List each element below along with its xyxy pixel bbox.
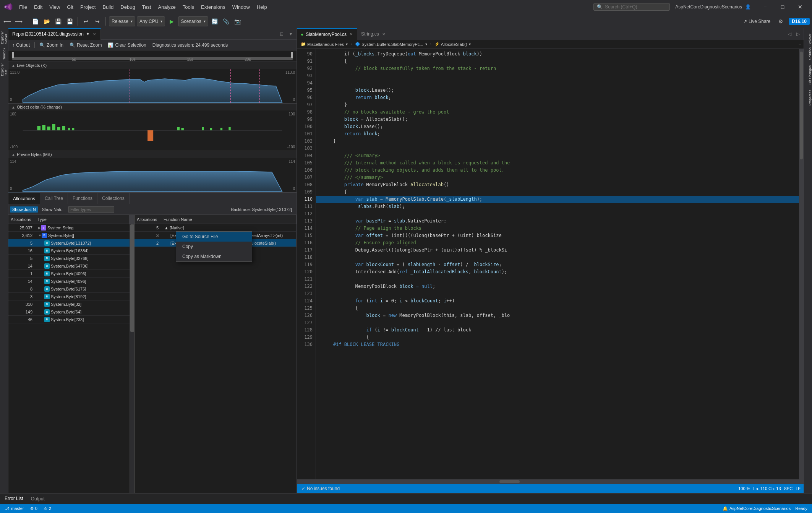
redo-button[interactable]: ↪ — [92, 16, 102, 26]
cpu-dropdown[interactable]: Any CPU ▾ — [137, 16, 165, 26]
menu-tools[interactable]: Tools — [180, 3, 197, 11]
goto-source-item[interactable]: Go to Source File — [176, 232, 252, 242]
menu-extensions[interactable]: Extensions — [198, 3, 229, 11]
type-col-header[interactable]: Type — [35, 215, 130, 224]
menu-file[interactable]: File — [16, 3, 30, 11]
menu-view[interactable]: View — [46, 3, 63, 11]
bc-method[interactable]: ⚡ AllocateSlab() ▾ — [433, 41, 472, 47]
alloc-col-header[interactable]: Allocations — [8, 215, 35, 224]
left-table-row[interactable]: 2,612▼ BSystem.Byte[] — [8, 232, 134, 239]
screenshot-button[interactable]: 📷 — [233, 16, 243, 26]
attach-button[interactable]: 📎 — [221, 16, 231, 26]
left-table-row[interactable]: 8 BSystem.Byte[6176] — [8, 285, 134, 293]
undo-button[interactable]: ↩ — [81, 16, 91, 26]
release-dropdown[interactable]: Release ▾ — [109, 16, 135, 26]
close-button[interactable]: ✕ — [791, 0, 809, 14]
menu-edit[interactable]: Edit — [31, 3, 45, 11]
left-table-row[interactable]: 14 BSystem.Byte[64706] — [8, 262, 134, 270]
error-indicator[interactable]: ✓ No issues found — [300, 486, 341, 491]
minimize-button[interactable]: − — [756, 0, 774, 14]
menu-window[interactable]: Window — [229, 3, 253, 11]
left-scroll-thumb[interactable] — [130, 224, 134, 332]
dropdown-tab-button[interactable]: ▾ — [287, 30, 295, 38]
left-scrollbar[interactable] — [130, 224, 134, 493]
show-just-button[interactable]: Show Just N — [10, 206, 38, 213]
run-button[interactable]: ▶ — [167, 16, 177, 26]
menu-help[interactable]: Help — [254, 3, 270, 11]
diag-session-tab[interactable]: Report20210514-1201.diagsession ✦ ✕ — [8, 28, 101, 40]
diag-tab-close[interactable]: ✕ — [92, 32, 97, 37]
menu-project[interactable]: Project — [77, 3, 99, 11]
left-table-row[interactable]: 16 BSystem.Byte[16384] — [8, 247, 134, 255]
output-tab[interactable]: Output — [29, 495, 46, 502]
tab-functions[interactable]: Functions — [68, 193, 97, 204]
back-button[interactable]: ⟵ — [2, 16, 12, 26]
tab-collections[interactable]: Collections — [97, 193, 130, 204]
search-input[interactable] — [605, 4, 658, 10]
left-table-row[interactable]: 310 BSystem.Byte[32] — [8, 300, 134, 308]
copy-markdown-item[interactable]: Copy as Markdown — [176, 252, 252, 261]
warning-count[interactable]: ⚠ 2 — [42, 506, 53, 511]
git-changes-icon[interactable]: Git Changes — [804, 63, 812, 87]
scroll-left-button[interactable]: ◁ — [785, 30, 794, 38]
menu-test[interactable]: Test — [139, 3, 154, 11]
show-native-button[interactable]: Show Nati... — [40, 206, 67, 213]
code-scroll-thumb[interactable] — [800, 52, 803, 159]
bc-class[interactable]: 🔷 System.Buffers.SlabMemoryPc... ▾ — [353, 41, 428, 47]
function-col-header[interactable]: Function Name — [161, 215, 297, 224]
git-branch[interactable]: ⎇ master — [3, 506, 26, 511]
solution-explorer-icon[interactable]: Solution Explorer — [804, 31, 812, 62]
right-alloc-col-header[interactable]: Allocations — [135, 215, 161, 224]
slab-tab-close[interactable]: ✕ — [349, 32, 353, 37]
left-table-row[interactable]: 46 BSystem.Byte[233] — [8, 316, 134, 323]
save-all-button[interactable]: 💾 — [65, 16, 75, 26]
properties-icon[interactable]: Properties — [804, 88, 812, 108]
menu-git[interactable]: Git — [64, 3, 76, 11]
string-cs-tab[interactable]: String.cs ✕ — [357, 28, 390, 40]
left-table-row[interactable]: 25,037▶ SSystem.String — [8, 224, 134, 232]
pin-tab-button[interactable]: ⊟ — [277, 30, 286, 38]
reset-zoom-button[interactable]: 🔍 Reset Zoom — [68, 42, 103, 49]
clear-selection-button[interactable]: 📊 Clear Selection — [106, 42, 147, 49]
menu-debug[interactable]: Debug — [117, 3, 138, 11]
left-table-row[interactable]: 14 BSystem.Byte[4096] — [8, 278, 134, 285]
output-button[interactable]: ↑ Output — [11, 42, 31, 49]
toolbox-icon[interactable]: Toolbox — [0, 46, 8, 61]
vs-logo[interactable] — [3, 2, 14, 12]
tab-call-tree[interactable]: Call Tree — [40, 193, 68, 204]
left-table-row[interactable]: 3 BSystem.Byte[8192] — [8, 293, 134, 300]
left-table-row[interactable]: 5 BSystem.Byte[32768] — [8, 255, 134, 262]
scenarios-dropdown[interactable]: Scenarios ▾ — [178, 16, 208, 26]
code-hscroll[interactable] — [297, 479, 804, 484]
left-table-row[interactable]: 149 BSystem.Byte[64] — [8, 308, 134, 316]
scroll-right-button[interactable]: ▷ — [794, 30, 802, 38]
live-share-button[interactable]: ↗ Live Share — [741, 18, 773, 25]
refresh-button[interactable]: 🔄 — [210, 16, 220, 26]
test-explorer-icon[interactable]: Test Explorer — [0, 62, 8, 77]
error-count[interactable]: ⊗ 0 — [29, 506, 39, 511]
user-avatar-icon[interactable]: 👤 — [745, 4, 751, 10]
zoom-level[interactable]: 100 % — [738, 486, 750, 491]
code-content[interactable]: if (_blocks.TryDequeue(out MemoryPoolBlo… — [316, 49, 799, 479]
zoom-in-button[interactable]: 🔍 Zoom In — [38, 42, 65, 49]
settings-button[interactable]: ⚙ — [776, 16, 786, 26]
code-hscroll-thumb[interactable] — [499, 480, 520, 483]
server-explorer-icon[interactable]: Server Explorer — [0, 30, 8, 45]
menu-build[interactable]: Build — [99, 3, 117, 11]
new-file-button[interactable]: 📄 — [30, 16, 40, 26]
collapse-arrow[interactable]: ▶ — [38, 226, 41, 230]
slab-memory-tab[interactable]: ● SlabMemoryPool.cs ✕ — [297, 28, 357, 40]
filter-types-input[interactable] — [68, 206, 114, 213]
project-status[interactable]: 🔔 AspNetCoreDiagnosticScenarios — [721, 506, 792, 511]
right-table-row[interactable]: 5▲ [Native] — [135, 224, 297, 232]
tab-allocations[interactable]: Allocations — [8, 193, 40, 204]
error-list-tab[interactable]: Error List — [3, 495, 25, 502]
forward-button[interactable]: ⟶ — [14, 16, 24, 26]
save-button[interactable]: 💾 — [53, 16, 63, 26]
bc-misc-files[interactable]: 📁 Miscellaneous Files ▾ — [299, 41, 349, 47]
left-table-row[interactable]: 1 BSystem.Byte[4096] — [8, 270, 134, 278]
copy-item[interactable]: Copy — [176, 242, 252, 252]
search-box[interactable]: 🔍 — [593, 3, 670, 11]
string-tab-close[interactable]: ✕ — [381, 32, 386, 37]
maximize-button[interactable]: □ — [774, 0, 791, 14]
